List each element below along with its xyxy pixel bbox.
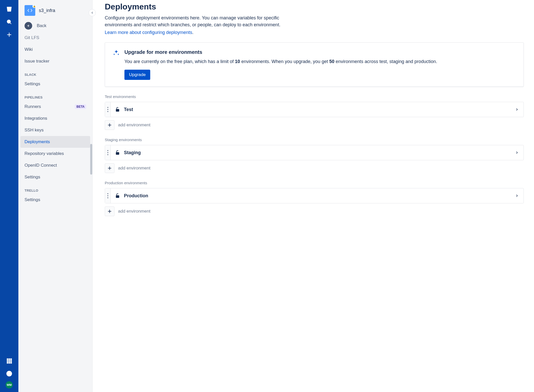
unlock-icon <box>115 150 120 155</box>
sidebar-item-repo-variables[interactable]: Repository variables <box>20 148 90 160</box>
section-label-staging: Staging environments <box>105 138 524 142</box>
add-env-button[interactable] <box>105 206 114 216</box>
unlock-icon <box>115 193 120 199</box>
env-name: Test <box>124 107 515 112</box>
add-env-row-production: add environment <box>105 206 524 216</box>
group-label-trello: TRELLO <box>20 183 90 194</box>
svg-rect-9 <box>10 360 12 362</box>
add-env-row-test: add environment <box>105 120 524 130</box>
create-icon[interactable] <box>4 30 14 40</box>
add-env-label: add environment <box>118 122 150 128</box>
collapse-sidebar-button[interactable] <box>89 9 96 16</box>
section-label-production: Production environments <box>105 181 524 185</box>
svg-rect-7 <box>7 360 8 362</box>
unlock-icon <box>115 107 120 112</box>
chevron-right-icon <box>515 107 519 112</box>
add-env-label: add environment <box>118 166 150 171</box>
sidebar-item-openid[interactable]: OpenID Connect <box>20 160 90 171</box>
svg-rect-15 <box>116 109 119 111</box>
env-card-production[interactable]: Production <box>105 188 524 203</box>
svg-rect-18 <box>116 152 119 154</box>
global-nav-rail: WM <box>0 0 18 392</box>
drag-handle-icon[interactable] <box>105 145 111 160</box>
back-button[interactable]: Back <box>18 19 92 34</box>
upgrade-text: You are currently on the free plan, whic… <box>124 58 437 65</box>
bitbucket-logo[interactable] <box>4 4 14 14</box>
svg-rect-5 <box>9 359 10 360</box>
sidebar-item-integrations[interactable]: Integrations <box>20 113 90 124</box>
add-env-button[interactable] <box>105 120 114 130</box>
sidebar-item-wiki[interactable]: Wiki <box>20 44 90 55</box>
repo-name: s3_infra <box>39 8 55 13</box>
sidebar: 🔒 s3_infra Back Git LFS Wiki Issue track… <box>18 0 92 392</box>
sidebar-item-pipeline-settings[interactable]: Settings <box>20 171 90 183</box>
menu-label: Runners <box>25 104 41 109</box>
scrollbar[interactable] <box>90 144 92 175</box>
sidebar-item-deployments[interactable]: Deployments <box>20 136 90 148</box>
main-content: Deployments Configure your deployment en… <box>92 0 534 392</box>
env-name: Staging <box>124 150 515 155</box>
chevron-right-icon <box>515 194 519 198</box>
sidebar-item-ssh-keys[interactable]: SSH keys <box>20 124 90 136</box>
svg-rect-11 <box>9 362 10 363</box>
svg-rect-6 <box>10 359 12 360</box>
svg-rect-10 <box>7 362 8 363</box>
drag-handle-icon[interactable] <box>105 102 111 117</box>
group-label-slack: SLACK <box>20 67 90 78</box>
section-label-test: Test environments <box>105 94 524 99</box>
learn-more-link[interactable]: Learn more about configuring deployments <box>105 30 192 35</box>
svg-rect-12 <box>10 362 12 363</box>
svg-rect-4 <box>7 359 8 360</box>
back-arrow-icon <box>25 22 32 30</box>
add-env-row-staging: add environment <box>105 163 524 173</box>
env-name: Production <box>124 193 515 199</box>
svg-point-0 <box>7 20 10 23</box>
group-label-pipelines: PIPELINES <box>20 90 90 101</box>
sparkle-icon <box>113 49 120 80</box>
chevron-right-icon <box>515 151 519 155</box>
page-description: Configure your deployment environments h… <box>105 15 289 28</box>
upgrade-title: Upgrade for more environments <box>124 49 437 55</box>
avatar[interactable]: WM <box>6 381 13 388</box>
sidebar-item-trello-settings[interactable]: Settings <box>20 194 90 206</box>
app-switcher-icon[interactable] <box>4 356 14 366</box>
svg-rect-8 <box>9 360 10 362</box>
svg-rect-21 <box>116 195 119 198</box>
sidebar-menu: Git LFS Wiki Issue tracker SLACK Setting… <box>18 34 92 392</box>
env-card-staging[interactable]: Staging <box>105 145 524 160</box>
svg-line-1 <box>10 23 11 24</box>
upgrade-card: Upgrade for more environments You are cu… <box>105 42 524 87</box>
add-env-button[interactable] <box>105 163 114 173</box>
sidebar-item-git-lfs[interactable]: Git LFS <box>20 34 90 44</box>
drag-handle-icon[interactable] <box>105 188 111 203</box>
link-suffix: . <box>192 30 193 35</box>
search-icon[interactable] <box>4 17 14 27</box>
page-title: Deployments <box>105 2 524 11</box>
sidebar-item-runners[interactable]: Runners BETA <box>20 101 90 113</box>
beta-badge: BETA <box>75 104 86 109</box>
upgrade-button[interactable]: Upgrade <box>124 70 150 80</box>
sidebar-item-issue-tracker[interactable]: Issue tracker <box>20 55 90 67</box>
repo-icon: 🔒 <box>25 5 35 16</box>
add-env-label: add environment <box>118 209 150 214</box>
sidebar-item-slack-settings[interactable]: Settings <box>20 78 90 90</box>
svg-point-14 <box>9 375 9 375</box>
back-label: Back <box>37 23 47 28</box>
repo-header: 🔒 s3_infra <box>18 0 92 19</box>
lock-icon: 🔒 <box>32 4 36 8</box>
env-card-test[interactable]: Test <box>105 102 524 117</box>
help-icon[interactable] <box>4 369 14 379</box>
